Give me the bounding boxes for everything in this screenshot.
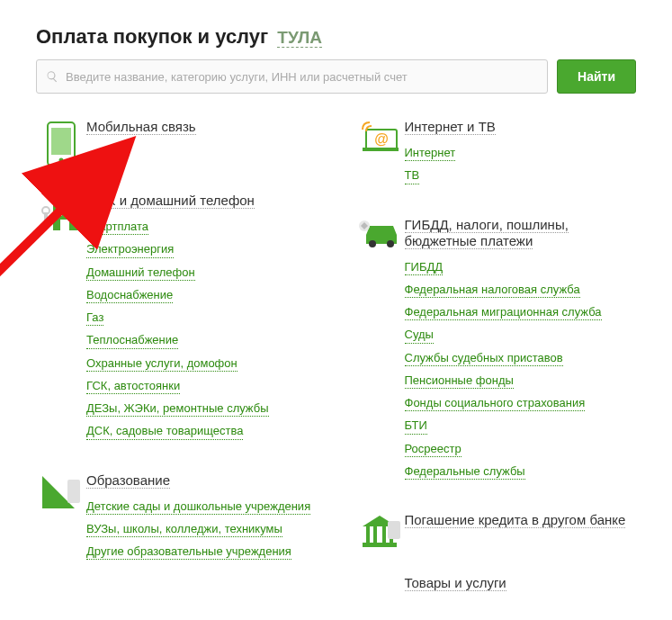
search-box (36, 59, 548, 94)
svg-text:@: @ (374, 131, 389, 147)
link-item[interactable]: ГИБДД (405, 260, 444, 275)
city-selector[interactable]: ТУЛА (277, 28, 322, 48)
link-item[interactable]: Службы судебных приставов (405, 351, 563, 366)
svg-rect-18 (366, 526, 370, 543)
internet-icon: @ (354, 119, 405, 192)
search-row: Найти (36, 59, 636, 94)
link-item[interactable]: Другие образовательные учреждения (86, 544, 291, 560)
house-icon (36, 193, 86, 447)
category-goods: Товары и услуги (354, 575, 637, 591)
right-column: @ Интернет и ТВ Интернет ТВ ГИБДД, налог… (354, 119, 637, 616)
svg-rect-13 (363, 148, 399, 151)
link-item[interactable]: Суды (405, 328, 434, 343)
link-item[interactable]: Пенсионные фонды (405, 373, 514, 389)
education-icon (36, 472, 86, 568)
svg-rect-19 (373, 526, 377, 543)
category-title[interactable]: Товары и услуги (405, 575, 506, 591)
category-utilities: ЖКХ и домашний телефон Квартплата Электр… (36, 193, 318, 447)
category-mobile: Мобильная связь (36, 119, 318, 167)
cart-icon (354, 575, 405, 591)
category-gov: ГИБДД, налоги, пошлины, бюджетные платеж… (354, 217, 637, 488)
svg-point-16 (387, 240, 394, 247)
svg-point-15 (369, 240, 376, 247)
bank-icon (354, 512, 405, 550)
svg-rect-7 (66, 211, 71, 216)
car-icon (354, 217, 405, 488)
search-icon (46, 70, 58, 83)
link-item[interactable]: Охранные услуги, домофон (86, 356, 237, 372)
link-item[interactable]: Федеральная миграционная служба (405, 305, 602, 320)
svg-point-2 (59, 158, 64, 163)
link-item[interactable]: Домашний телефон (86, 265, 195, 281)
svg-rect-4 (57, 202, 62, 207)
search-input[interactable] (64, 69, 538, 85)
link-item[interactable]: Фонды социального страхования (405, 396, 586, 411)
link-item[interactable]: Электроэнергия (86, 242, 174, 257)
left-column: Мобильная связь ЖКХ и домашний телефон К… (36, 119, 318, 616)
phone-icon (36, 119, 86, 167)
svg-rect-20 (382, 526, 386, 543)
svg-rect-11 (67, 480, 80, 503)
category-education: Образование Детские сады и дошкольные уч… (36, 472, 318, 568)
link-item[interactable]: Интернет (405, 146, 456, 161)
category-credit: Погашение кредита в другом банке (354, 512, 637, 550)
link-item[interactable]: БТИ (405, 418, 427, 434)
title-text: Оплата покупок и услуг (36, 25, 268, 48)
category-internet: @ Интернет и ТВ Интернет ТВ (354, 119, 637, 192)
svg-rect-6 (57, 211, 62, 216)
link-item[interactable]: Газ (86, 310, 103, 326)
link-item[interactable]: Квартплата (86, 220, 148, 235)
category-title[interactable]: Интернет и ТВ (405, 119, 496, 135)
category-title[interactable]: Погашение кредита в другом банке (405, 512, 626, 528)
link-item[interactable]: Росреестр (405, 442, 461, 457)
link-item[interactable]: Федеральные службы (405, 464, 525, 480)
link-item[interactable]: ВУЗы, школы, колледжи, техникумы (86, 522, 282, 537)
link-item[interactable]: ГСК, автостоянки (86, 379, 180, 394)
link-item[interactable]: Водоснабжение (86, 288, 173, 303)
link-item[interactable]: ТВ (405, 168, 420, 184)
link-item[interactable]: ДСК, садовые товарищества (86, 424, 243, 439)
link-item[interactable]: Теплоснабжение (86, 333, 178, 348)
link-item[interactable]: Детские сады и дошкольные учреждения (86, 499, 310, 515)
svg-rect-22 (363, 543, 397, 547)
link-item[interactable]: Федеральная налоговая служба (405, 283, 580, 298)
link-item[interactable]: ДЕЗы, ЖЭКи, ремонтные службы (86, 401, 269, 417)
page-title: Оплата покупок и услуг ТУЛА (36, 25, 636, 49)
step-badge: 1 (42, 164, 64, 185)
category-title[interactable]: Образование (86, 472, 170, 489)
svg-rect-1 (51, 128, 71, 155)
search-button[interactable]: Найти (557, 59, 636, 94)
category-title[interactable]: ЖКХ и домашний телефон (86, 193, 255, 209)
svg-rect-8 (60, 220, 69, 230)
category-title[interactable]: Мобильная связь (86, 119, 196, 135)
svg-rect-23 (388, 521, 400, 539)
category-title[interactable]: ГИБДД, налоги, пошлины, бюджетные платеж… (405, 217, 569, 249)
svg-rect-5 (66, 202, 71, 207)
